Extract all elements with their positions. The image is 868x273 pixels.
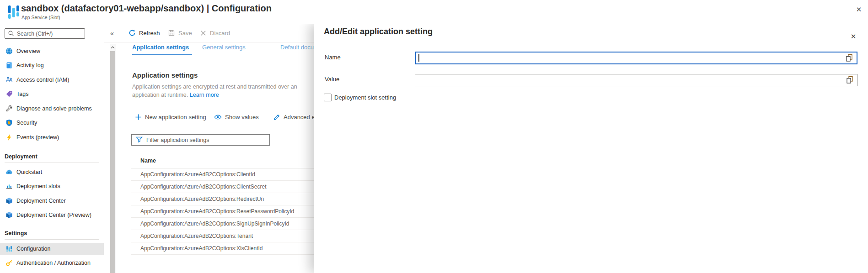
eye-icon: [214, 114, 222, 121]
new-application-setting-button[interactable]: New application setting: [135, 112, 206, 122]
cloud-icon: [5, 168, 13, 176]
name-label: Name: [325, 54, 341, 61]
cube-icon: [5, 197, 13, 205]
cube-icon: [5, 211, 13, 219]
sidebar-item-label: Deployment Center (Preview): [0, 212, 91, 218]
filter-box: [131, 134, 270, 146]
table-row[interactable]: AppConfiguration:AzureAdB2COptions:Clien…: [131, 168, 314, 181]
divider: [5, 163, 99, 163]
sidebar-item-label: Tags: [0, 91, 28, 97]
blade-close-button[interactable]: ✕: [853, 4, 864, 15]
add-edit-setting-panel: Add/Edit application setting ✕ Name Valu…: [314, 24, 868, 273]
sidebar-item-quickstart[interactable]: Quickstart: [0, 166, 104, 178]
deployment-slot-checkbox-label: Deployment slot setting: [334, 94, 396, 101]
sidebar-search: [5, 28, 85, 39]
sidebar-item-access-control[interactable]: Access control (IAM): [0, 74, 104, 86]
value-field-border: [415, 74, 857, 86]
name-input[interactable]: [419, 53, 843, 63]
filter-funnel-icon: [136, 136, 143, 143]
sidebar-item-diagnose[interactable]: Diagnose and solve problems: [0, 103, 104, 115]
scrollbar-thumb[interactable]: [110, 51, 115, 273]
key-icon: [5, 259, 13, 267]
slots-chart-icon: [5, 183, 13, 190]
configuration-sliders-icon: [5, 245, 13, 252]
table-row[interactable]: AppConfiguration:AzureAdB2COptions:Tenan…: [131, 230, 314, 242]
shield-icon: [5, 119, 13, 126]
search-input[interactable]: [16, 29, 85, 38]
panel-close-button[interactable]: ✕: [848, 31, 859, 42]
table-row[interactable]: AppConfiguration:AzureAdB2COptions:XlsCl…: [131, 242, 314, 255]
table-row[interactable]: AppConfiguration:AzureAdB2COptions:Reset…: [131, 205, 314, 218]
advanced-edit-label: Advanced edit: [284, 114, 314, 121]
plus-icon: [135, 114, 142, 121]
description-line2: application at runtime. Learn more: [132, 92, 219, 98]
new-setting-label: New application setting: [145, 114, 206, 121]
refresh-label: Refresh: [139, 30, 160, 37]
learn-more-link[interactable]: Learn more: [190, 92, 219, 98]
people-icon: [5, 76, 13, 84]
save-button[interactable]: Save: [168, 28, 192, 38]
description-line1: Application settings are encrypted at re…: [132, 84, 297, 90]
page-subtitle: App Service (Slot): [21, 15, 60, 20]
sidebar-item-activity-log[interactable]: Activity log: [0, 59, 104, 71]
sidebar-item-configuration[interactable]: Configuration: [0, 243, 104, 255]
name-field-border: [415, 52, 857, 64]
text-cursor: [418, 54, 419, 62]
app-service-slot-icon: [8, 4, 20, 21]
content-scrollbar[interactable]: [110, 44, 116, 273]
value-label: Value: [325, 76, 339, 83]
sidebar-section-deployment: Deployment: [5, 153, 38, 160]
discard-label: Discard: [210, 30, 230, 37]
configuration-pane: « Refresh Save Discard Application setti…: [104, 24, 314, 273]
sidebar-item-deployment-slots[interactable]: Deployment slots: [0, 180, 104, 192]
discard-x-icon: [200, 30, 207, 37]
scroll-up-arrow[interactable]: [110, 44, 116, 51]
discard-button[interactable]: Discard: [200, 28, 230, 38]
active-tab-underline: [132, 54, 192, 55]
save-icon: [168, 29, 175, 37]
tab-general-settings[interactable]: General settings: [202, 44, 246, 54]
sidebar-item-events[interactable]: Events (preview): [0, 131, 104, 143]
globe-icon: [5, 47, 13, 55]
tag-icon: [5, 90, 13, 98]
wrench-icon: [5, 105, 13, 112]
sidebar-item-overview[interactable]: Overview: [0, 45, 104, 57]
blade-header: sandbox (datafactory01-webapp/sandbox) |…: [0, 0, 868, 24]
sidebar-item-deployment-center-preview[interactable]: Deployment Center (Preview): [0, 209, 104, 221]
divider: [104, 42, 314, 42]
azure-portal-blade: sandbox (datafactory01-webapp/sandbox) |…: [0, 0, 868, 273]
sidebar-item-tags[interactable]: Tags: [0, 88, 104, 100]
sidebar-item-authentication[interactable]: Authentication / Authorization: [0, 257, 104, 269]
collapse-menu-button[interactable]: «: [107, 28, 117, 38]
tab-application-settings[interactable]: Application settings: [132, 44, 189, 54]
divider: [5, 239, 99, 240]
copy-icon[interactable]: [846, 76, 854, 84]
show-values-label: Show values: [225, 114, 259, 121]
table-header-name: Name: [140, 158, 156, 164]
sidebar-section-settings: Settings: [5, 230, 27, 236]
activity-log-icon: [5, 62, 13, 69]
advanced-edit-button[interactable]: Advanced edit: [273, 112, 314, 122]
sidebar-item-security[interactable]: Security: [0, 117, 104, 129]
page-title: sandbox (datafactory01-webapp/sandbox) |…: [21, 3, 272, 14]
sidebar: Overview Activity log Access control (IA…: [0, 24, 104, 273]
section-heading: Application settings: [132, 71, 198, 79]
refresh-button[interactable]: Refresh: [129, 28, 160, 38]
save-label: Save: [178, 30, 192, 37]
deployment-slot-checkbox[interactable]: [324, 94, 332, 101]
sidebar-item-deployment-center[interactable]: Deployment Center: [0, 195, 104, 207]
value-input[interactable]: [419, 75, 843, 84]
table-row[interactable]: AppConfiguration:AzureAdB2COptions:SignU…: [131, 218, 314, 230]
table-row[interactable]: AppConfiguration:AzureAdB2COptions:Clien…: [131, 181, 314, 193]
table-row[interactable]: AppConfiguration:AzureAdB2COptions:Redir…: [131, 193, 314, 205]
sidebar-item-label: Authentication / Authorization: [0, 260, 91, 266]
filter-input[interactable]: [145, 136, 268, 144]
tab-default-documents[interactable]: Default documents: [280, 44, 314, 54]
sidebar-item-label: Diagnose and solve problems: [0, 105, 92, 112]
show-values-button[interactable]: Show values: [214, 112, 259, 122]
copy-icon[interactable]: [845, 54, 853, 62]
refresh-icon: [129, 29, 136, 37]
pencil-icon: [273, 114, 280, 121]
lightning-icon: [5, 134, 13, 141]
panel-title: Add/Edit application setting: [324, 27, 433, 37]
